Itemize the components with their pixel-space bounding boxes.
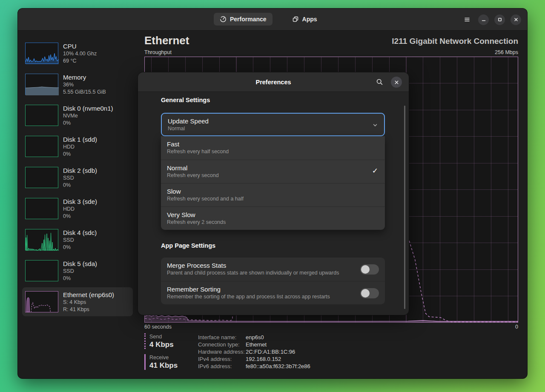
disk0-mini-graph bbox=[25, 105, 58, 126]
update-speed-title: Update Speed bbox=[168, 117, 209, 125]
sidebar-disk2-line2: 0% bbox=[63, 182, 97, 189]
detail-value: 2C:FD:A1:BB:1C:96 bbox=[246, 348, 295, 355]
dialog-close-button[interactable] bbox=[391, 77, 402, 88]
chevron-down-icon bbox=[372, 122, 378, 130]
sidebar: CPU 10% 4.00 Ghz 69 °C Memory 36% 5.55 G… bbox=[18, 31, 133, 378]
sidebar-item-disk0[interactable]: Disk 0 (nvme0n1) NVMe 0% bbox=[22, 101, 133, 130]
update-speed-value: Normal bbox=[168, 125, 209, 132]
option-subtitle: Refresh every half second bbox=[167, 148, 379, 155]
remember-sorting-toggle[interactable] bbox=[360, 288, 379, 298]
receive-label: Receive bbox=[149, 354, 195, 361]
sidebar-item-disk1[interactable]: Disk 1 (sdd) HDD 0% bbox=[22, 132, 133, 161]
maximize-button[interactable] bbox=[494, 14, 505, 25]
sidebar-disk4-line1: SSD bbox=[63, 237, 97, 244]
sidebar-disk2-title: Disk 2 (sdb) bbox=[63, 166, 97, 175]
sidebar-disk5-title: Disk 5 (sda) bbox=[63, 260, 97, 268]
sidebar-disk2-line1: SSD bbox=[63, 175, 97, 182]
cpu-mini-graph bbox=[25, 43, 58, 64]
disk5-mini-graph bbox=[25, 260, 58, 281]
detail-row: IPv6 address: fe80::a50a:f632:3b7f:2e86 bbox=[198, 363, 310, 370]
detail-value: enp6s0 bbox=[246, 334, 264, 341]
chart-legend: Send 4 Kbps Receive 41 Kbps bbox=[144, 333, 195, 375]
preferences-header: Preferences bbox=[138, 72, 409, 92]
app-page-settings-heading: App Page Settings bbox=[161, 242, 215, 249]
tab-apps[interactable]: Apps bbox=[286, 13, 323, 26]
check-icon: ✓ bbox=[372, 166, 378, 175]
option-subtitle: Refresh every second bbox=[167, 172, 379, 179]
close-icon bbox=[513, 17, 519, 23]
adapter-name: I211 Gigabit Network Connection bbox=[392, 37, 518, 46]
gauge-icon bbox=[220, 16, 227, 23]
sidebar-ethernet-title: Ethernet (enp6s0) bbox=[63, 291, 114, 299]
time-range-label: 60 seconds bbox=[144, 324, 172, 330]
send-value: 4 Kbps bbox=[149, 340, 195, 349]
minimize-button[interactable] bbox=[478, 14, 489, 25]
tab-performance-label: Performance bbox=[230, 16, 267, 23]
detail-row: Connection type: Ethernet bbox=[198, 341, 310, 348]
sidebar-memory-line2: 5.55 GiB/15.5 GiB bbox=[63, 89, 106, 96]
legend-send: Send 4 Kbps bbox=[144, 333, 195, 349]
detail-row: Interface name: enp6s0 bbox=[198, 334, 310, 341]
disk3-mini-graph bbox=[25, 198, 58, 219]
sidebar-disk3-line2: 0% bbox=[63, 213, 97, 220]
update-speed-combo[interactable]: Update Speed Normal bbox=[161, 113, 385, 136]
page-title: Ethernet bbox=[144, 34, 189, 47]
merge-process-stats-subtitle: Parent and child process stats are shown… bbox=[167, 269, 379, 276]
sidebar-disk0-title: Disk 0 (nvme0n1) bbox=[63, 104, 113, 112]
detail-label: Hardware address: bbox=[198, 348, 246, 355]
option-very-slow[interactable]: Very Slow Refresh every 2 seconds bbox=[161, 206, 385, 230]
option-title: Slow bbox=[167, 187, 379, 195]
sidebar-item-cpu[interactable]: CPU 10% 4.00 Ghz 69 °C bbox=[22, 39, 133, 68]
option-subtitle: Refresh every 2 seconds bbox=[167, 219, 379, 226]
app-page-settings-group: Merge Process Stats Parent and child pro… bbox=[161, 258, 385, 304]
merge-process-stats-toggle[interactable] bbox=[360, 264, 379, 275]
close-button[interactable] bbox=[511, 14, 521, 25]
sidebar-item-disk2[interactable]: Disk 2 (sdb) SSD 0% bbox=[22, 163, 133, 192]
search-button[interactable] bbox=[376, 78, 383, 87]
disk1-mini-graph bbox=[25, 136, 58, 157]
disk2-mini-graph bbox=[25, 167, 58, 188]
toggle-knob bbox=[361, 289, 370, 298]
detail-value: fe80::a50a:f632:3b7f:2e86 bbox=[246, 363, 310, 370]
sidebar-memory-title: Memory bbox=[63, 73, 106, 81]
hamburger-menu-icon[interactable] bbox=[462, 14, 473, 25]
maximize-icon bbox=[497, 17, 503, 23]
search-icon bbox=[376, 78, 383, 86]
sidebar-disk5-line2: 0% bbox=[63, 275, 97, 282]
receive-value: 41 Kbps bbox=[149, 361, 195, 370]
sidebar-item-disk4[interactable]: Disk 4 (sdc) SSD 0% bbox=[22, 225, 133, 254]
option-normal[interactable]: Normal Refresh every second ✓ bbox=[161, 160, 385, 183]
sidebar-disk1-line2: 0% bbox=[63, 151, 97, 158]
merge-process-stats-row: Merge Process Stats Parent and child pro… bbox=[161, 258, 385, 281]
minimize-icon bbox=[481, 17, 487, 23]
preferences-dialog: Preferences General Settings Update Spee… bbox=[138, 72, 409, 315]
option-fast[interactable]: Fast Refresh every half second bbox=[161, 136, 385, 160]
dialog-scrollbar[interactable] bbox=[404, 106, 405, 309]
detail-label: IPv6 address: bbox=[198, 363, 246, 370]
time-zero-label: 0 bbox=[515, 324, 518, 330]
sidebar-disk1-title: Disk 1 (sdd) bbox=[63, 135, 97, 143]
sidebar-disk3-line1: HDD bbox=[63, 206, 97, 213]
interface-details: Interface name: enp6s0 Connection type: … bbox=[198, 334, 310, 370]
sidebar-item-disk5[interactable]: Disk 5 (sda) SSD 0% bbox=[22, 256, 133, 285]
sidebar-item-memory[interactable]: Memory 36% 5.55 GiB/15.5 GiB bbox=[22, 70, 133, 99]
sidebar-item-disk3[interactable]: Disk 3 (sde) HDD 0% bbox=[22, 194, 133, 223]
detail-label: Connection type: bbox=[198, 341, 246, 348]
max-scale-label: 256 Mbps bbox=[495, 49, 518, 55]
desktop-wallpaper: Performance Apps bbox=[0, 0, 545, 392]
memory-mini-graph bbox=[25, 74, 58, 95]
tab-performance[interactable]: Performance bbox=[214, 13, 272, 26]
detail-label: IPv4 address: bbox=[198, 355, 246, 363]
option-slow[interactable]: Slow Refresh every second and a half bbox=[161, 183, 385, 206]
sidebar-disk3-title: Disk 3 (sde) bbox=[63, 197, 97, 206]
tab-apps-label: Apps bbox=[302, 16, 317, 23]
sidebar-memory-line1: 36% bbox=[63, 81, 106, 89]
send-label: Send bbox=[149, 333, 195, 340]
throughput-label: Throughput bbox=[144, 49, 172, 55]
view-switcher: Performance Apps bbox=[214, 13, 323, 26]
sidebar-cpu-title: CPU bbox=[63, 42, 97, 50]
titlebar: Performance Apps bbox=[18, 9, 527, 31]
sidebar-item-ethernet[interactable]: Ethernet (enp6s0) S: 4 Kbps R: 41 Kbps bbox=[22, 287, 133, 316]
toggle-knob bbox=[361, 265, 370, 274]
window-controls bbox=[462, 14, 521, 25]
